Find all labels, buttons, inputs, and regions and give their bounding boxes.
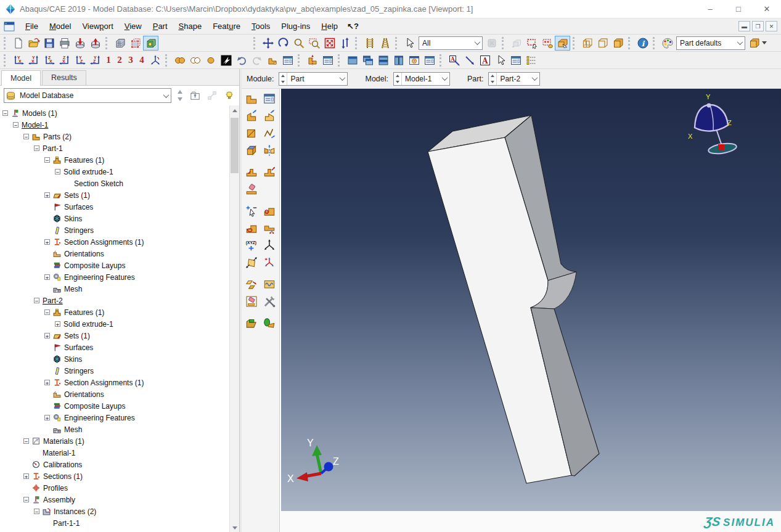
rotate-icon[interactable]	[276, 36, 291, 51]
cycle-views-icon[interactable]	[337, 36, 353, 51]
tree-item[interactable]: Orientations	[0, 388, 229, 400]
print-icon[interactable]	[57, 36, 72, 51]
toolbar-grip[interactable]	[628, 37, 633, 49]
edge-part-icon[interactable]	[261, 203, 278, 219]
create-part-icon[interactable]	[243, 91, 260, 107]
tree-spinner[interactable]	[175, 88, 185, 103]
eraser-icon[interactable]	[243, 181, 260, 197]
edit-eraser-icon[interactable]	[243, 293, 260, 309]
tree-item[interactable]: Stringers	[0, 365, 229, 377]
toolbar-grip[interactable]	[105, 37, 110, 49]
db-import-icon[interactable]	[72, 36, 88, 51]
tree-item[interactable]: +Engineering Features	[0, 412, 229, 424]
mdi-close-button[interactable]: ✕	[766, 21, 777, 31]
tree-scrollbar[interactable]	[229, 105, 239, 532]
rail-parallel-icon[interactable]	[362, 36, 377, 51]
bool-outline-icon[interactable]	[187, 53, 203, 68]
green1-icon[interactable]	[243, 315, 260, 331]
chevron-down-icon[interactable]	[337, 73, 347, 85]
cube-wire-gold-icon[interactable]	[579, 36, 595, 51]
toolbar-grip[interactable]	[4, 37, 9, 49]
tree-item[interactable]: Mesh	[0, 283, 229, 295]
chamfer-icon[interactable]	[243, 142, 260, 158]
mdi-minimize-button[interactable]: ▬	[738, 21, 750, 31]
fillet2-icon[interactable]	[261, 164, 278, 180]
face-part-icon[interactable]	[243, 220, 260, 236]
expand-icon[interactable]: +	[44, 380, 50, 385]
color-code-combo[interactable]: Part defaults	[676, 36, 745, 50]
ann-edit-icon[interactable]: A	[446, 53, 462, 68]
collapse-icon[interactable]: −	[13, 122, 18, 128]
sel-gray-icon[interactable]	[484, 36, 499, 51]
ann-text-icon[interactable]: A	[477, 53, 493, 68]
expand-icon[interactable]: +	[44, 415, 50, 420]
wire-icon[interactable]	[261, 125, 278, 141]
menu-part[interactable]: Part	[147, 20, 173, 33]
dg-replace-icon[interactable]	[509, 36, 524, 51]
chevron-down-icon[interactable]	[161, 89, 171, 102]
scroll-down-icon[interactable]	[230, 523, 239, 532]
bool-fill-icon[interactable]	[172, 53, 187, 68]
mdi-restore-button[interactable]: ❐	[752, 21, 764, 31]
tree-item[interactable]: −Models (1)	[0, 107, 229, 119]
info-icon[interactable]: i	[635, 36, 650, 51]
tree-item[interactable]: Skins	[0, 353, 229, 365]
bool-one-icon[interactable]	[203, 53, 218, 68]
tree-item[interactable]: Surfaces	[0, 342, 229, 353]
l-dashed-icon[interactable]	[305, 53, 320, 68]
toolbar-grip[interactable]	[355, 37, 360, 49]
model-database-combo[interactable]: Model Database	[4, 88, 171, 103]
chevron-down-icon[interactable]	[530, 73, 539, 85]
tree-item[interactable]: −Features (1)	[0, 154, 229, 166]
vp-cascade-icon[interactable]	[360, 53, 375, 68]
collapse-icon[interactable]: −	[55, 169, 60, 174]
redo-icon[interactable]	[249, 53, 264, 68]
save-icon[interactable]	[41, 36, 57, 51]
menu-shape[interactable]: Shape	[173, 20, 208, 33]
extrude-shell-icon[interactable]	[261, 108, 278, 124]
vp-circle-icon[interactable]	[406, 53, 422, 68]
toolbar-grip[interactable]	[573, 37, 578, 49]
tree-item[interactable]: Skins	[0, 213, 229, 224]
cube-hidden-gold-icon[interactable]	[595, 36, 610, 51]
view-3-button[interactable]: 3	[125, 53, 136, 68]
menu-view[interactable]: View	[119, 20, 147, 33]
undo-icon[interactable]	[234, 53, 249, 68]
toolbar-grip[interactable]	[440, 54, 444, 67]
tree-item[interactable]: −Part-2	[0, 295, 229, 306]
ann-options-icon[interactable]	[523, 53, 539, 68]
rail-persp-icon[interactable]	[377, 36, 393, 51]
tree-item[interactable]: Orientations	[0, 248, 229, 260]
cube-mesh-icon[interactable]	[112, 36, 128, 51]
tree-item[interactable]: +Sets (1)	[0, 330, 229, 342]
expand-icon[interactable]: +	[44, 192, 50, 198]
toolbar-grip[interactable]	[502, 37, 507, 49]
scrollbar-thumb[interactable]	[231, 118, 239, 173]
tree-item[interactable]: +Sections (1)	[0, 470, 229, 482]
menu-plugins[interactable]: Plug-ins	[276, 20, 316, 33]
color-target-dropdown[interactable]	[746, 36, 769, 50]
v-back-icon[interactable]: YX	[26, 53, 41, 68]
menu-tools[interactable]: Tools	[246, 20, 276, 33]
toolbar-grip[interactable]	[4, 54, 9, 67]
toolbar-grip[interactable]	[653, 37, 658, 49]
tree-item[interactable]: −Solid extrude-1	[0, 166, 229, 178]
dropdown-arrow-icon[interactable]	[762, 41, 767, 47]
toolbar-grip[interactable]	[338, 54, 343, 67]
collapse-icon[interactable]: −	[34, 145, 39, 151]
v-triad-icon[interactable]	[147, 53, 163, 68]
planar-icon[interactable]	[243, 125, 260, 141]
tree-item[interactable]: Section Sketch	[0, 178, 229, 189]
flash-icon[interactable]	[218, 53, 234, 68]
open-file-icon[interactable]	[26, 36, 41, 51]
tree-item[interactable]: +Sets (1)	[0, 189, 229, 201]
chevron-down-icon[interactable]	[735, 37, 745, 49]
datum-xyz-icon[interactable]: (XYZ)	[243, 237, 260, 253]
extrude-solid-icon[interactable]	[243, 108, 260, 124]
tree-item[interactable]: +Section Assignments (1)	[0, 236, 229, 248]
feat-small-icon[interactable]	[264, 53, 280, 68]
tree-item[interactable]: Stringers	[0, 224, 229, 236]
ann-arrow-icon[interactable]	[462, 53, 477, 68]
cell-part-icon[interactable]	[261, 220, 278, 236]
expand-icon[interactable]: +	[23, 473, 29, 479]
